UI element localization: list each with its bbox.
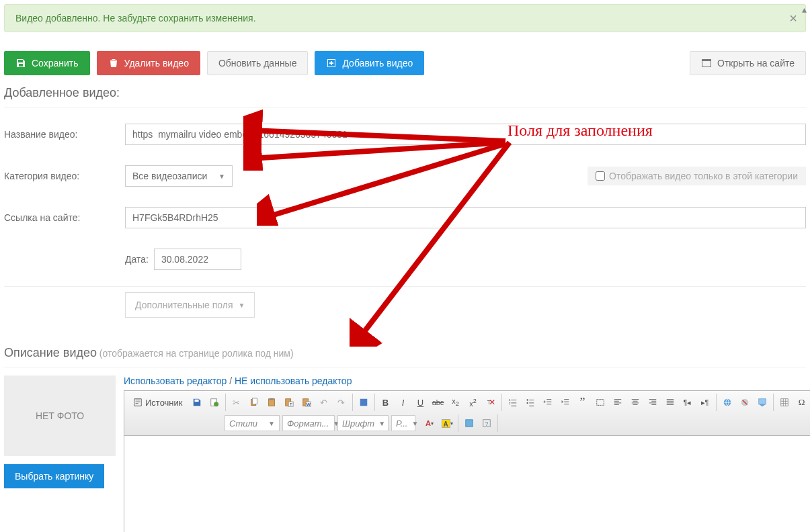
- alert-text: Видео добавленно. Не забудьте сохранить …: [15, 13, 256, 24]
- superscript-icon[interactable]: x2: [464, 394, 482, 411]
- photo-column: НЕТ ФОТО Выбрать картинку: [4, 375, 116, 532]
- svg-rect-3: [252, 398, 257, 404]
- divider: [4, 286, 806, 287]
- alert-banner: Видео добавленно. Не забудьте сохранить …: [4, 4, 806, 32]
- label-sitelink: Ссылка на сайте:: [4, 212, 125, 223]
- bold-icon[interactable]: B: [377, 394, 395, 411]
- format-combo[interactable]: Формат... ▼: [282, 415, 335, 431]
- svg-text:T: T: [289, 402, 292, 406]
- redo-icon[interactable]: ↷: [333, 394, 350, 411]
- unlink-icon[interactable]: [736, 394, 754, 411]
- editor-toggle-links: Использовать редактор / НЕ использовать …: [124, 375, 810, 386]
- save-label: Сохранить: [32, 58, 79, 69]
- table-icon[interactable]: [776, 394, 793, 411]
- indent-icon[interactable]: [557, 394, 574, 411]
- date-input[interactable]: [154, 249, 241, 270]
- copy-icon[interactable]: [245, 394, 263, 411]
- link-icon[interactable]: [719, 394, 736, 411]
- add-label: Добавить видео: [342, 58, 413, 69]
- svg-text:?: ?: [485, 420, 488, 427]
- show-blocks-icon[interactable]: ?: [478, 414, 495, 432]
- text-color-icon[interactable]: A▾: [421, 414, 438, 432]
- bg-color-icon[interactable]: A▾: [438, 414, 456, 432]
- no-use-editor-link[interactable]: НЕ использовать редактор: [235, 375, 352, 386]
- display-only-checkbox[interactable]: [596, 171, 605, 181]
- ltr-icon[interactable]: ¶◂: [679, 394, 696, 411]
- description-subtitle: (отображается на странице ролика под ним…: [99, 348, 294, 359]
- window-icon: [701, 58, 712, 69]
- paste-text-icon[interactable]: T: [280, 394, 298, 411]
- label-name: Название видео:: [4, 129, 125, 140]
- no-photo-placeholder: НЕТ ФОТО: [4, 375, 116, 456]
- newpage-icon[interactable]: [206, 394, 223, 411]
- close-icon[interactable]: ×: [789, 11, 797, 25]
- svg-rect-22: [780, 399, 788, 406]
- editor-content-area[interactable]: [124, 436, 810, 532]
- row-video-name: Название видео:: [0, 120, 810, 149]
- category-value: Все видеозаписи: [132, 171, 207, 181]
- chevron-down-icon: ▼: [378, 420, 385, 427]
- subscript-icon[interactable]: x2: [447, 394, 464, 411]
- align-left-icon[interactable]: [609, 394, 626, 411]
- rtl-icon[interactable]: ▸¶: [696, 394, 714, 411]
- styles-combo[interactable]: Стили ▼: [225, 415, 280, 431]
- blockquote-icon[interactable]: ”: [574, 394, 592, 411]
- size-combo[interactable]: Р... ▼: [391, 415, 415, 431]
- anchor-icon[interactable]: [754, 394, 771, 411]
- bullet-list-icon[interactable]: [522, 394, 539, 411]
- outdent-icon[interactable]: [539, 394, 557, 411]
- align-center-icon[interactable]: [626, 394, 644, 411]
- video-name-input[interactable]: [125, 124, 806, 145]
- display-only-wrap: Отображать видео только в этой категории: [588, 167, 806, 185]
- source-button[interactable]: Источник: [128, 395, 188, 410]
- plus-icon: [326, 58, 337, 69]
- strike-icon[interactable]: abc: [430, 394, 447, 411]
- underline-icon[interactable]: U: [412, 394, 430, 411]
- size-label: Р...: [396, 418, 407, 429]
- svg-rect-5: [270, 398, 273, 400]
- choose-image-button[interactable]: Выбрать картинку: [4, 464, 104, 488]
- save-button[interactable]: Сохранить: [4, 51, 90, 75]
- align-justify-icon[interactable]: [661, 394, 679, 411]
- font-label: Шрифт: [342, 418, 374, 429]
- chevron-down-icon: ▼: [239, 302, 245, 309]
- italic-icon[interactable]: I: [395, 394, 412, 411]
- svg-point-17: [526, 402, 528, 404]
- trash-icon: [108, 58, 119, 69]
- action-toolbar: Сохранить Удалить видео Обновить данные …: [0, 39, 810, 82]
- special-char-icon[interactable]: Ω: [793, 394, 811, 411]
- svg-point-1: [214, 402, 218, 406]
- display-only-label: Отображать видео только в этой категории: [609, 171, 798, 181]
- div-icon[interactable]: [592, 394, 609, 411]
- numbered-list-icon[interactable]: 12: [504, 394, 522, 411]
- styles-label: Стили: [229, 418, 257, 429]
- select-all-icon[interactable]: [355, 394, 372, 411]
- collapse-toolbar-icon[interactable]: ▴: [802, 4, 810, 12]
- rich-text-toolbar: Источник ✂ T W ↶ ↷: [124, 390, 810, 436]
- divider: [4, 107, 806, 107]
- section-title-description: Описание видео: [4, 346, 97, 360]
- save-icon[interactable]: [188, 394, 206, 411]
- paste-word-icon[interactable]: W: [298, 394, 315, 411]
- refresh-label: Обновить данные: [218, 58, 297, 69]
- chevron-down-icon: ▼: [218, 173, 225, 180]
- use-editor-link[interactable]: Использовать редактор: [124, 375, 227, 386]
- add-video-button[interactable]: Добавить видео: [315, 51, 424, 75]
- site-link-input[interactable]: [125, 207, 806, 228]
- cut-icon[interactable]: ✂: [228, 394, 245, 411]
- category-select[interactable]: Все видеозаписи ▼: [125, 165, 233, 187]
- open-site-button[interactable]: Открыть на сайте: [690, 51, 806, 75]
- label-category: Категория видео:: [4, 171, 125, 181]
- align-right-icon[interactable]: [644, 394, 661, 411]
- maximize-icon[interactable]: [460, 414, 478, 432]
- source-label: Источник: [145, 398, 183, 408]
- paste-icon[interactable]: [263, 394, 280, 411]
- extra-fields-toggle[interactable]: Дополнительные поля ▼: [125, 292, 255, 318]
- row-category: Категория видео: Все видеозаписи ▼ Отобр…: [0, 161, 810, 191]
- undo-icon[interactable]: ↶: [315, 394, 333, 411]
- delete-button[interactable]: Удалить видео: [97, 51, 200, 75]
- remove-format-icon[interactable]: T: [482, 394, 499, 411]
- refresh-button[interactable]: Обновить данные: [207, 51, 309, 75]
- font-combo[interactable]: Шрифт ▼: [337, 415, 389, 431]
- format-label: Формат...: [287, 418, 329, 429]
